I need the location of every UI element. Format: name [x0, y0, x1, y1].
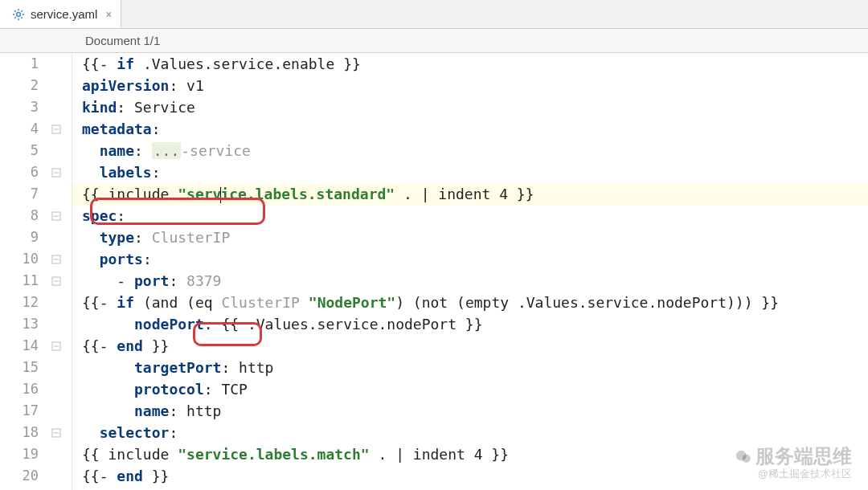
code-line[interactable]: labels: [82, 161, 868, 183]
code-token [82, 381, 134, 398]
close-tab-icon[interactable]: × [102, 8, 112, 21]
code-line[interactable]: {{- if .Values.service.enable }} [82, 53, 868, 75]
line-number: 17 [0, 400, 50, 422]
code-line[interactable]: {{- end }} [82, 335, 868, 357]
code-token: kind [82, 99, 117, 116]
fold-toggle-icon[interactable] [51, 211, 61, 221]
code-token: 8379 [186, 272, 221, 289]
code-token [82, 229, 100, 246]
code-token: ports [100, 251, 143, 267]
svg-point-0 [17, 12, 21, 16]
line-number: 15 [0, 357, 50, 378]
code-token: ClusterIP [221, 294, 300, 311]
line-number: 2 [0, 75, 50, 96]
line-number: 14 [0, 335, 50, 357]
code-token: "serv [178, 186, 221, 202]
code-token: selector [100, 424, 170, 441]
breadcrumb-bar: Document 1/1 [0, 29, 868, 53]
code-token: : [134, 229, 152, 246]
watermark-line1: 服务端思维 [755, 445, 852, 467]
code-line[interactable]: {{- if (and (eq ClusterIP "NodePort") (n… [82, 292, 868, 313]
code-token: ... [152, 142, 182, 159]
code-token: "NodePort" [309, 294, 395, 311]
code-token [82, 164, 100, 181]
code-token: {{- [82, 55, 117, 72]
fold-toggle-icon[interactable] [51, 125, 61, 134]
code-line[interactable]: protocol: TCP [82, 378, 868, 400]
fold-toggle-icon[interactable] [51, 168, 61, 178]
code-token: }} [143, 468, 170, 484]
code-token: {{- [82, 294, 117, 311]
code-token: {{- [82, 337, 117, 354]
code-token: : TCP [204, 381, 248, 398]
breadcrumb-text[interactable]: Document 1/1 [85, 34, 160, 47]
code-token: . | indent 4 }} [370, 446, 509, 463]
code-token: : Service [117, 99, 195, 116]
code-line[interactable]: nodePort: {{ .Values.service.nodePort }} [82, 313, 868, 335]
code-line[interactable]: type: ClusterIP [82, 227, 868, 248]
tab-filename: service.yaml [31, 7, 97, 21]
svg-point-16 [743, 455, 751, 463]
line-number: 11 [0, 270, 50, 292]
line-number: 1 [0, 53, 50, 75]
line-number: 20 [0, 465, 50, 487]
code-token: : [169, 272, 186, 289]
watermark-line2: @稀土掘金技术社区 [735, 468, 852, 480]
code-token: {{ include [82, 186, 178, 202]
fold-toggle-icon[interactable] [51, 255, 61, 264]
code-token: : [134, 142, 152, 159]
code-token: labels [100, 164, 152, 181]
code-token: if [117, 55, 134, 72]
code-token: .Values.service.enable }} [134, 55, 361, 72]
code-token [82, 359, 134, 376]
line-number: 6 [0, 161, 50, 183]
code-token: if [117, 294, 134, 311]
code-line[interactable]: spec: [82, 205, 868, 227]
code-token: {{- [82, 468, 117, 484]
code-line[interactable]: {{ include "service.labels.standard" . |… [72, 183, 868, 205]
code-line[interactable]: selector: [82, 422, 868, 443]
line-number: 3 [0, 96, 50, 118]
line-number: 4 [0, 118, 50, 140]
code-line[interactable]: ports: [82, 248, 868, 270]
code-token [82, 316, 134, 333]
code-token [82, 251, 100, 267]
code-token: end [117, 337, 143, 354]
code-token: -service [181, 142, 251, 159]
code-token: "service.labels.match" [178, 446, 369, 463]
code-area[interactable]: {{- if .Values.service.enable }}apiVersi… [72, 53, 868, 490]
fold-toggle-icon[interactable] [51, 428, 61, 438]
fold-gutter [50, 53, 72, 490]
code-token: }} [143, 337, 170, 354]
code-token [82, 424, 100, 441]
line-number: 16 [0, 378, 50, 400]
code-token: : http [221, 359, 273, 376]
line-number: 8 [0, 205, 50, 227]
code-token: ) (not (empty .Values.service.nodePort))… [395, 294, 779, 311]
code-line[interactable]: apiVersion: v1 [82, 75, 868, 96]
code-token [300, 294, 309, 311]
code-token [82, 142, 100, 159]
code-line[interactable]: name: http [82, 400, 868, 422]
code-token: nodePort [134, 316, 204, 333]
code-token: {{ include [82, 446, 178, 463]
code-token: apiVersion [82, 77, 169, 94]
code-token: : v1 [169, 77, 203, 94]
code-line[interactable]: metadata: [82, 118, 868, 140]
code-token: : {{ .Values.service.nodePort }} [204, 316, 483, 333]
code-line[interactable]: targetPort: http [82, 357, 868, 378]
line-number: 13 [0, 313, 50, 335]
code-line[interactable]: name: ...-service [82, 140, 868, 161]
code-line[interactable]: - port: 8379 [82, 270, 868, 292]
code-editor[interactable]: 1234567891011121314151617181920 {{- if .… [0, 53, 868, 490]
watermark: 服务端思维 @稀土掘金技术社区 [735, 445, 852, 480]
code-line[interactable]: kind: Service [82, 96, 868, 118]
wechat-icon [735, 448, 752, 466]
fold-toggle-icon[interactable] [51, 341, 61, 351]
yaml-file-icon [11, 7, 26, 22]
line-number: 10 [0, 248, 50, 270]
fold-toggle-icon[interactable] [51, 276, 61, 286]
code-token: end [117, 468, 143, 484]
file-tab[interactable]: service.yaml × [0, 0, 121, 28]
code-token: ClusterIP [152, 229, 231, 246]
